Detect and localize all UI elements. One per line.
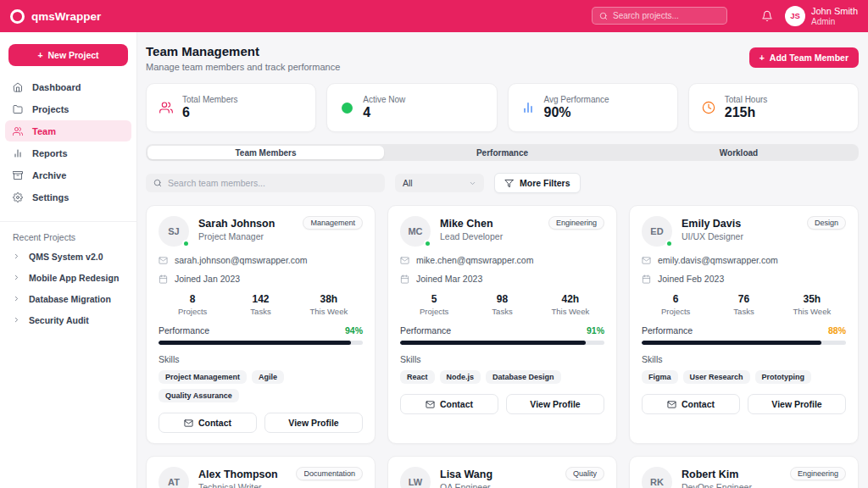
- department-badge: Management: [303, 216, 363, 230]
- stat-card: Active Now4: [326, 83, 497, 132]
- skill-pill: Project Management: [159, 370, 247, 384]
- plus-icon: +: [760, 53, 765, 63]
- stat-label: Active Now: [363, 95, 405, 104]
- tab-performance[interactable]: Performance: [384, 146, 620, 159]
- view-profile-button[interactable]: View Profile: [748, 394, 846, 414]
- stat-value: 4: [363, 105, 405, 120]
- stat-label: Tasks: [468, 307, 536, 316]
- sidebar-item-reports[interactable]: Reports: [5, 142, 131, 164]
- folder-icon: [13, 104, 23, 114]
- department-select-value: All: [403, 178, 413, 188]
- skill-pill: Database Design: [486, 370, 561, 384]
- stat-label: This Week: [537, 307, 604, 316]
- recent-project-item[interactable]: Security Audit: [0, 309, 136, 330]
- view-profile-button[interactable]: View Profile: [506, 394, 604, 414]
- member-name: Mike Chen: [440, 218, 503, 230]
- performance-bar: [642, 341, 846, 345]
- chevron-right-icon: [13, 295, 20, 302]
- page-subtitle: Manage team members and track performanc…: [146, 62, 340, 72]
- view-profile-button[interactable]: View Profile: [264, 413, 363, 433]
- brand-name: qmsWrapper: [31, 10, 101, 23]
- online-status-dot: [182, 240, 190, 247]
- member-name: Emily Davis: [682, 218, 743, 230]
- team-member-card: SJSarah JohnsonProject ManagerManagement…: [146, 205, 376, 444]
- sidebar-item-label: Dashboard: [32, 82, 81, 92]
- stat-label: This Week: [295, 307, 363, 316]
- add-team-member-button[interactable]: + Add Team Member: [749, 47, 859, 68]
- chart-icon: [13, 148, 23, 158]
- tab-workload[interactable]: Workload: [620, 146, 857, 159]
- sidebar-item-archive[interactable]: Archive: [5, 164, 131, 186]
- home-icon: [13, 82, 23, 92]
- contact-button[interactable]: Contact: [642, 394, 740, 414]
- tab-team-members[interactable]: Team Members: [147, 146, 384, 159]
- member-stat: 5Projects: [400, 293, 468, 316]
- search-icon: [153, 179, 162, 187]
- project-search[interactable]: [592, 7, 727, 25]
- stat-label: Total Hours: [725, 95, 768, 104]
- performance-label: Performance: [159, 325, 209, 336]
- member-stat: 35hThis Week: [778, 293, 846, 316]
- member-stat: 98Tasks: [468, 293, 536, 316]
- stat-value: 6: [182, 105, 238, 120]
- new-project-label: New Project: [48, 50, 99, 60]
- contact-label: Contact: [198, 418, 231, 428]
- avatar: ED: [642, 216, 672, 247]
- avatar: MC: [400, 216, 431, 247]
- department-badge: Engineering: [790, 467, 846, 480]
- contact-button[interactable]: Contact: [400, 394, 498, 414]
- skill-pills: Project ManagementAgileQuality Assurance: [159, 370, 363, 402]
- sidebar-item-settings[interactable]: Settings: [5, 186, 131, 208]
- mail-icon: [426, 400, 435, 409]
- stat-label: This Week: [778, 307, 846, 316]
- member-role: DevOps Engineer: [682, 482, 752, 488]
- member-email-row: emily.davis@qmswrapper.com: [642, 255, 846, 265]
- users-icon: [159, 101, 173, 114]
- avatar: SJ: [159, 216, 189, 247]
- team-member-card: EDEmily DavisUI/UX DesignerDesignemily.d…: [629, 205, 859, 444]
- skill-pill: Figma: [642, 370, 678, 384]
- avatar: RK: [642, 467, 672, 488]
- notifications-bell-icon[interactable]: [761, 10, 773, 22]
- sidebar-item-projects[interactable]: Projects: [5, 98, 131, 119]
- skills-label: Skills: [642, 354, 846, 364]
- member-stat: 76Tasks: [709, 293, 777, 316]
- more-filters-button[interactable]: More Filters: [494, 173, 581, 193]
- stat-value: 38h: [295, 293, 363, 305]
- sidebar-item-team[interactable]: Team: [5, 120, 131, 141]
- stat-label: Tasks: [709, 307, 777, 316]
- recent-project-item[interactable]: Database Migration: [0, 288, 136, 309]
- performance-bar-fill: [400, 341, 586, 345]
- chevron-right-icon: [13, 252, 20, 260]
- new-project-button[interactable]: + New Project: [8, 44, 128, 66]
- performance-percent: 91%: [587, 325, 604, 336]
- plus-icon: +: [37, 50, 42, 60]
- add-team-member-label: Add Team Member: [770, 53, 849, 63]
- member-stats: 5Projects98Tasks42hThis Week: [400, 293, 604, 316]
- sidebar-item-dashboard[interactable]: Dashboard: [5, 76, 131, 97]
- mail-icon: [184, 419, 193, 428]
- recent-project-item[interactable]: QMS System v2.0: [0, 246, 136, 267]
- department-badge: Documentation: [296, 467, 363, 480]
- team-members-grid: SJSarah JohnsonProject ManagerManagement…: [146, 205, 859, 444]
- recent-project-item[interactable]: Mobile App Redesign: [0, 267, 136, 288]
- department-select[interactable]: All: [395, 174, 484, 192]
- contact-label: Contact: [440, 399, 473, 409]
- stat-value: 142: [226, 293, 294, 305]
- user-menu[interactable]: JS John Smith Admin: [785, 6, 858, 26]
- member-search-input[interactable]: [168, 178, 377, 188]
- skills-label: Skills: [400, 354, 604, 364]
- stat-label: Total Members: [182, 95, 238, 104]
- member-stat: 6Projects: [642, 293, 709, 316]
- member-stat: 8Projects: [159, 293, 226, 316]
- contact-button[interactable]: Contact: [159, 413, 257, 433]
- member-joined: Joined Jan 2023: [175, 274, 240, 284]
- member-stats: 6Projects76Tasks35hThis Week: [642, 293, 846, 316]
- project-search-input[interactable]: [613, 11, 720, 20]
- online-status-dot: [424, 240, 431, 247]
- more-filters-label: More Filters: [520, 178, 570, 188]
- member-search[interactable]: [146, 174, 385, 192]
- contact-label: Contact: [682, 399, 715, 409]
- tabs-bar: Team MembersPerformanceWorkload: [146, 144, 859, 161]
- department-badge: Quality: [565, 467, 604, 480]
